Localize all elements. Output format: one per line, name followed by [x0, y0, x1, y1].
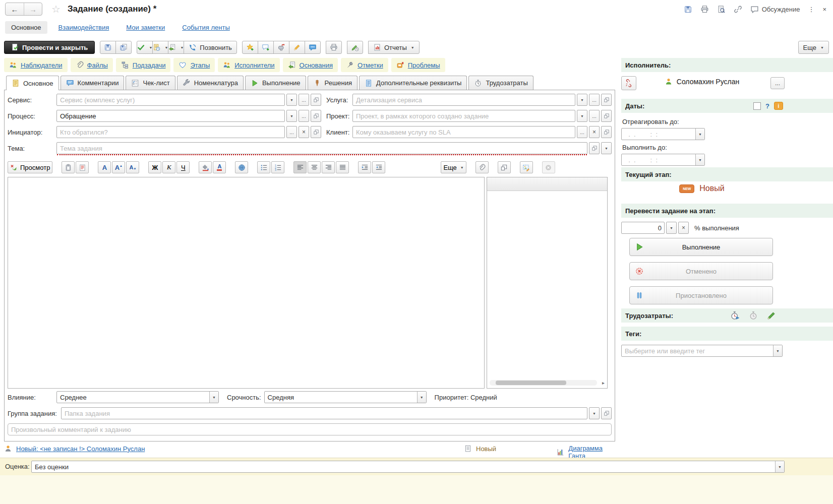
tab-main[interactable]: Основное	[6, 76, 59, 90]
fill-color-button[interactable]	[199, 161, 212, 173]
service-dropdown-button[interactable]: ▼	[286, 94, 297, 106]
percent-clear-button[interactable]: ×	[678, 222, 689, 234]
stage-button-1[interactable]: Отменено	[629, 262, 773, 280]
scrollbar-thumb[interactable]	[496, 381, 566, 385]
post-and-close-button[interactable]: Провести и закрыть	[4, 41, 95, 54]
task-group-input[interactable]: Папка задания	[61, 407, 587, 419]
save-copy-button[interactable]	[115, 41, 132, 54]
tab-nomenclature[interactable]: Номенклатура	[177, 76, 244, 90]
process-dropdown-button[interactable]: ▼	[286, 110, 297, 122]
nav-item-1[interactable]: Взаимодействия	[52, 21, 115, 34]
reports-button[interactable]: Отчеты▼	[368, 41, 420, 54]
editor-more-button[interactable]: Еще▼	[441, 161, 466, 173]
subject-input[interactable]: Тема задания	[56, 142, 587, 154]
urgency-select[interactable]: Средняя▼	[264, 391, 427, 403]
usluga-dropdown-button[interactable]: ▼	[577, 94, 587, 106]
tab-execution[interactable]: Выполнение	[245, 76, 306, 90]
discussion-button[interactable]: Обсуждение	[749, 3, 802, 16]
chevron-down-icon[interactable]: ▼	[417, 392, 426, 403]
scroll-right-arrow[interactable]: ▸	[602, 380, 605, 386]
bold-button[interactable]: Ж	[148, 161, 161, 173]
quicklink-stages[interactable]: Этапы	[173, 58, 215, 72]
executor-select-button[interactable]: ...	[770, 77, 785, 89]
editor-content-area[interactable]	[8, 177, 485, 389]
unlink-executor-button[interactable]	[621, 76, 636, 90]
defer-button[interactable]: ▼	[152, 41, 168, 54]
save-window-button[interactable]	[682, 3, 694, 16]
comment-input[interactable]: Произвольный комментарий к заданию	[8, 423, 612, 435]
task-group-dropdown-button[interactable]: ▼	[589, 407, 600, 419]
more-button[interactable]: Еще▼	[798, 41, 829, 54]
tab-solutions[interactable]: Решения	[308, 76, 358, 90]
chevron-down-icon[interactable]: ▼	[773, 345, 782, 356]
tab-extra-attributes[interactable]: Дополнительные реквизиты	[359, 76, 467, 90]
info-icon[interactable]	[774, 102, 783, 110]
preview-window-button[interactable]	[716, 3, 727, 16]
forward-button[interactable]: →	[24, 3, 42, 15]
chevron-down-icon[interactable]: ▼	[775, 461, 784, 472]
usluga-open-button[interactable]	[601, 94, 612, 106]
process-open-button[interactable]	[311, 110, 321, 122]
tab-labor[interactable]: Трудозатраты	[468, 76, 533, 90]
process-input[interactable]: Обращение	[56, 110, 285, 122]
more-menu-button[interactable]: ⋮	[806, 3, 816, 16]
underline-button[interactable]: Ч	[176, 161, 190, 173]
tab-checklist[interactable]: Чек-лист	[126, 76, 175, 90]
project-open-button[interactable]	[601, 110, 612, 122]
hyperlink-button[interactable]	[235, 161, 248, 173]
paste-button[interactable]	[62, 161, 75, 173]
react-until-input[interactable]: . . : :▼	[621, 128, 705, 140]
chevron-down-icon[interactable]: ▼	[209, 392, 218, 403]
process-choose-button[interactable]: ...	[299, 110, 309, 122]
highlight-button[interactable]	[289, 41, 305, 54]
insert-image-button[interactable]	[520, 161, 533, 173]
mail-button[interactable]	[273, 41, 289, 54]
dates-checkbox[interactable]	[753, 102, 761, 110]
initiator-open-button[interactable]	[311, 126, 321, 138]
font-color-button[interactable]: A	[213, 161, 226, 173]
initiator-clear-button[interactable]: ×	[299, 126, 309, 138]
usluga-input[interactable]: Детализация сервиса	[352, 94, 575, 106]
task-group-open-button[interactable]	[601, 407, 612, 419]
subject-open-button[interactable]	[589, 142, 600, 154]
close-button[interactable]: ×	[821, 3, 828, 16]
client-clear-button[interactable]: ×	[589, 126, 600, 138]
numbered-list-button[interactable]: 123	[271, 161, 284, 173]
record-link[interactable]: Новый: <не записан !> Соломахин Руслан	[16, 445, 145, 453]
client-open-button[interactable]	[601, 126, 612, 138]
service-open-button[interactable]	[311, 94, 321, 106]
percent-input[interactable]: 0	[621, 222, 665, 234]
quicklink-grounds[interactable]: Основания	[283, 58, 338, 72]
bullet-list-button[interactable]	[257, 161, 270, 173]
quicklink-observers[interactable]: Наблюдатели	[4, 58, 68, 72]
font-increase-button[interactable]: A▲	[112, 161, 125, 173]
tab-comments[interactable]: Комментарии	[61, 76, 125, 90]
add-comment-button[interactable]	[258, 41, 274, 54]
chevron-down-icon[interactable]: ▼	[695, 129, 704, 140]
start-timer-icon[interactable]	[730, 310, 740, 321]
quicklink-marks[interactable]: Отметки	[341, 58, 388, 72]
quicklink-subtasks[interactable]: Подзадачи	[116, 58, 171, 72]
add-favorite-button[interactable]	[242, 41, 258, 54]
tags-input[interactable]: Выберите или введите тег ▼	[621, 345, 783, 357]
service-choose-button[interactable]: ...	[299, 94, 309, 106]
print-button[interactable]	[326, 41, 342, 54]
indent-button[interactable]	[358, 161, 371, 173]
nav-item-0[interactable]: Основное	[5, 21, 47, 34]
font-button[interactable]: A	[98, 161, 111, 173]
complete-button[interactable]: ▼	[137, 41, 153, 54]
save-button[interactable]	[100, 41, 116, 54]
percent-dropdown-button[interactable]: ▼	[666, 222, 677, 234]
quicklink-executors[interactable]: Исполнители	[218, 58, 279, 72]
attach-button[interactable]	[475, 161, 489, 173]
call-button[interactable]: Позвонить	[184, 41, 237, 54]
project-choose-button[interactable]: ...	[589, 110, 600, 122]
subject-dropdown-button[interactable]: ▼	[601, 142, 612, 154]
get-link-button[interactable]	[732, 3, 744, 16]
complete-until-input[interactable]: . . : :▼	[621, 154, 705, 166]
align-justify-button[interactable]	[336, 161, 349, 173]
project-dropdown-button[interactable]: ▼	[577, 110, 587, 122]
back-button[interactable]: ←	[6, 3, 24, 15]
initiator-input[interactable]: Кто обратился?	[56, 126, 285, 138]
stop-timer-icon[interactable]	[748, 310, 758, 321]
